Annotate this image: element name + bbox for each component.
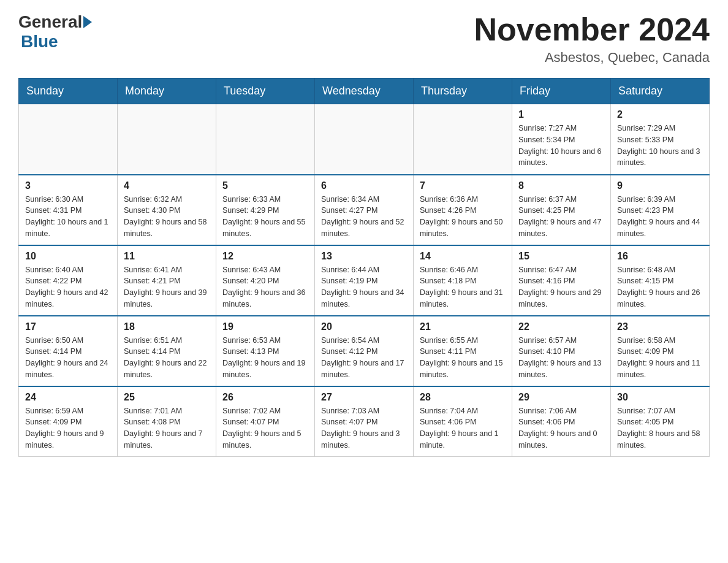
calendar-cell: 22Sunrise: 6:57 AM Sunset: 4:10 PM Dayli…: [512, 316, 611, 386]
calendar-cell: 4Sunrise: 6:32 AM Sunset: 4:30 PM Daylig…: [118, 175, 216, 245]
calendar-cell: 12Sunrise: 6:43 AM Sunset: 4:20 PM Dayli…: [216, 245, 315, 316]
calendar-cell: 29Sunrise: 7:06 AM Sunset: 4:06 PM Dayli…: [512, 386, 611, 457]
month-title: November 2024: [474, 12, 710, 47]
calendar-cell: 1Sunrise: 7:27 AM Sunset: 5:34 PM Daylig…: [512, 104, 611, 175]
calendar-cell: 26Sunrise: 7:02 AM Sunset: 4:07 PM Dayli…: [216, 386, 315, 457]
day-number: 18: [124, 321, 210, 332]
calendar-cell: 23Sunrise: 6:58 AM Sunset: 4:09 PM Dayli…: [611, 316, 710, 386]
day-number: 21: [420, 321, 506, 332]
logo: General Blue: [18, 12, 93, 52]
calendar-cell: 6Sunrise: 6:34 AM Sunset: 4:27 PM Daylig…: [315, 175, 414, 245]
calendar-cell: 13Sunrise: 6:44 AM Sunset: 4:19 PM Dayli…: [315, 245, 414, 316]
calendar-week-row: 17Sunrise: 6:50 AM Sunset: 4:14 PM Dayli…: [19, 316, 710, 386]
weekday-header-row: SundayMondayTuesdayWednesdayThursdayFrid…: [19, 79, 710, 104]
calendar-cell: 5Sunrise: 6:33 AM Sunset: 4:29 PM Daylig…: [216, 175, 315, 245]
calendar-cell: 7Sunrise: 6:36 AM Sunset: 4:26 PM Daylig…: [414, 175, 512, 245]
day-info: Sunrise: 6:41 AM Sunset: 4:21 PM Dayligh…: [124, 264, 210, 310]
calendar-cell: 21Sunrise: 6:55 AM Sunset: 4:11 PM Dayli…: [414, 316, 512, 386]
day-info: Sunrise: 6:33 AM Sunset: 4:29 PM Dayligh…: [222, 194, 308, 240]
day-number: 23: [617, 321, 703, 332]
day-number: 30: [617, 392, 703, 403]
day-info: Sunrise: 7:01 AM Sunset: 4:08 PM Dayligh…: [124, 405, 210, 451]
logo-arrow-icon: [83, 16, 92, 28]
location-text: Asbestos, Quebec, Canada: [474, 50, 710, 66]
calendar-cell: [19, 104, 118, 175]
day-info: Sunrise: 6:48 AM Sunset: 4:15 PM Dayligh…: [617, 264, 703, 310]
weekday-header-friday: Friday: [512, 79, 611, 104]
weekday-header-monday: Monday: [118, 79, 216, 104]
day-info: Sunrise: 7:04 AM Sunset: 4:06 PM Dayligh…: [420, 405, 506, 451]
day-info: Sunrise: 6:54 AM Sunset: 4:12 PM Dayligh…: [321, 335, 407, 381]
day-number: 12: [222, 251, 308, 262]
day-info: Sunrise: 7:02 AM Sunset: 4:07 PM Dayligh…: [222, 405, 308, 451]
day-number: 14: [420, 251, 506, 262]
day-info: Sunrise: 6:55 AM Sunset: 4:11 PM Dayligh…: [420, 335, 506, 381]
day-info: Sunrise: 7:27 AM Sunset: 5:34 PM Dayligh…: [518, 123, 604, 169]
day-info: Sunrise: 6:30 AM Sunset: 4:31 PM Dayligh…: [25, 194, 111, 240]
calendar-week-row: 1Sunrise: 7:27 AM Sunset: 5:34 PM Daylig…: [19, 104, 710, 175]
day-number: 13: [321, 251, 407, 262]
calendar-week-row: 24Sunrise: 6:59 AM Sunset: 4:09 PM Dayli…: [19, 386, 710, 457]
day-info: Sunrise: 6:50 AM Sunset: 4:14 PM Dayligh…: [25, 335, 111, 381]
calendar-cell: 28Sunrise: 7:04 AM Sunset: 4:06 PM Dayli…: [414, 386, 512, 457]
day-info: Sunrise: 6:46 AM Sunset: 4:18 PM Dayligh…: [420, 264, 506, 310]
day-info: Sunrise: 6:39 AM Sunset: 4:23 PM Dayligh…: [617, 194, 703, 240]
page-header: General Blue November 2024 Asbestos, Que…: [18, 12, 710, 66]
day-number: 8: [518, 180, 604, 191]
day-number: 22: [518, 321, 604, 332]
calendar-week-row: 10Sunrise: 6:40 AM Sunset: 4:22 PM Dayli…: [19, 245, 710, 316]
day-number: 11: [124, 251, 210, 262]
weekday-header-wednesday: Wednesday: [315, 79, 414, 104]
day-number: 26: [222, 392, 308, 403]
calendar-cell: 11Sunrise: 6:41 AM Sunset: 4:21 PM Dayli…: [118, 245, 216, 316]
day-info: Sunrise: 6:47 AM Sunset: 4:16 PM Dayligh…: [518, 264, 604, 310]
day-info: Sunrise: 6:32 AM Sunset: 4:30 PM Dayligh…: [124, 194, 210, 240]
day-info: Sunrise: 7:06 AM Sunset: 4:06 PM Dayligh…: [518, 405, 604, 451]
calendar-cell: 20Sunrise: 6:54 AM Sunset: 4:12 PM Dayli…: [315, 316, 414, 386]
day-info: Sunrise: 6:57 AM Sunset: 4:10 PM Dayligh…: [518, 335, 604, 381]
calendar-cell: 24Sunrise: 6:59 AM Sunset: 4:09 PM Dayli…: [19, 386, 118, 457]
day-info: Sunrise: 6:51 AM Sunset: 4:14 PM Dayligh…: [124, 335, 210, 381]
day-number: 1: [518, 109, 604, 120]
day-number: 2: [617, 109, 703, 120]
day-number: 3: [25, 180, 111, 191]
calendar-cell: 16Sunrise: 6:48 AM Sunset: 4:15 PM Dayli…: [611, 245, 710, 316]
calendar-cell: 9Sunrise: 6:39 AM Sunset: 4:23 PM Daylig…: [611, 175, 710, 245]
weekday-header-saturday: Saturday: [611, 79, 710, 104]
day-number: 19: [222, 321, 308, 332]
day-info: Sunrise: 6:44 AM Sunset: 4:19 PM Dayligh…: [321, 264, 407, 310]
day-number: 6: [321, 180, 407, 191]
calendar-table: SundayMondayTuesdayWednesdayThursdayFrid…: [18, 78, 710, 457]
day-info: Sunrise: 6:53 AM Sunset: 4:13 PM Dayligh…: [222, 335, 308, 381]
day-info: Sunrise: 6:58 AM Sunset: 4:09 PM Dayligh…: [617, 335, 703, 381]
day-info: Sunrise: 6:43 AM Sunset: 4:20 PM Dayligh…: [222, 264, 308, 310]
calendar-cell: 25Sunrise: 7:01 AM Sunset: 4:08 PM Dayli…: [118, 386, 216, 457]
day-number: 9: [617, 180, 703, 191]
calendar-cell: 17Sunrise: 6:50 AM Sunset: 4:14 PM Dayli…: [19, 316, 118, 386]
calendar-week-row: 3Sunrise: 6:30 AM Sunset: 4:31 PM Daylig…: [19, 175, 710, 245]
weekday-header-tuesday: Tuesday: [216, 79, 315, 104]
calendar-cell: [216, 104, 315, 175]
calendar-cell: 18Sunrise: 6:51 AM Sunset: 4:14 PM Dayli…: [118, 316, 216, 386]
day-info: Sunrise: 7:03 AM Sunset: 4:07 PM Dayligh…: [321, 405, 407, 451]
calendar-cell: 10Sunrise: 6:40 AM Sunset: 4:22 PM Dayli…: [19, 245, 118, 316]
day-info: Sunrise: 6:36 AM Sunset: 4:26 PM Dayligh…: [420, 194, 506, 240]
calendar-cell: [118, 104, 216, 175]
day-number: 4: [124, 180, 210, 191]
day-number: 20: [321, 321, 407, 332]
logo-general-text: General: [18, 12, 82, 32]
day-info: Sunrise: 7:29 AM Sunset: 5:33 PM Dayligh…: [617, 123, 703, 169]
calendar-cell: 3Sunrise: 6:30 AM Sunset: 4:31 PM Daylig…: [19, 175, 118, 245]
weekday-header-thursday: Thursday: [414, 79, 512, 104]
day-info: Sunrise: 6:59 AM Sunset: 4:09 PM Dayligh…: [25, 405, 111, 451]
calendar-cell: 14Sunrise: 6:46 AM Sunset: 4:18 PM Dayli…: [414, 245, 512, 316]
weekday-header-sunday: Sunday: [19, 79, 118, 104]
day-info: Sunrise: 7:07 AM Sunset: 4:05 PM Dayligh…: [617, 405, 703, 451]
day-number: 15: [518, 251, 604, 262]
day-number: 17: [25, 321, 111, 332]
calendar-cell: 8Sunrise: 6:37 AM Sunset: 4:25 PM Daylig…: [512, 175, 611, 245]
logo-blue-text: Blue: [21, 32, 58, 52]
day-number: 27: [321, 392, 407, 403]
day-info: Sunrise: 6:40 AM Sunset: 4:22 PM Dayligh…: [25, 264, 111, 310]
day-number: 25: [124, 392, 210, 403]
